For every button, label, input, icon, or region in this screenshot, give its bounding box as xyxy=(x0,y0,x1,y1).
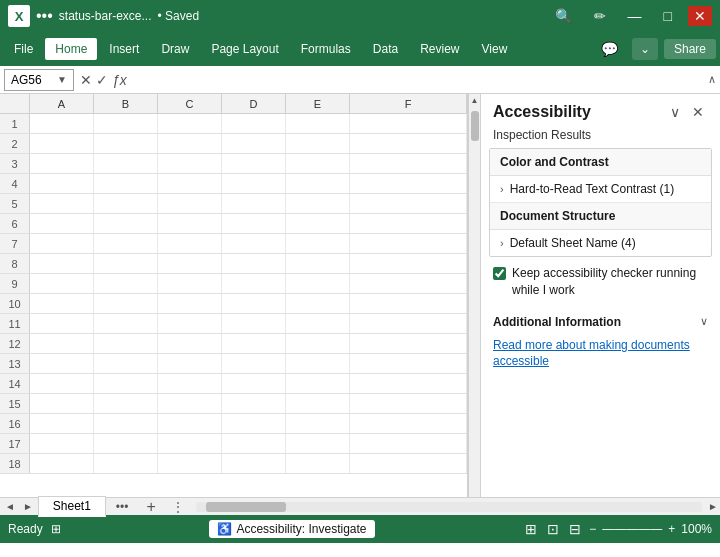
cell[interactable] xyxy=(222,434,286,453)
cell[interactable] xyxy=(286,214,350,233)
cell[interactable] xyxy=(94,154,158,173)
cell[interactable] xyxy=(158,314,222,333)
cell[interactable] xyxy=(30,154,94,173)
search-button[interactable]: 🔍 xyxy=(549,6,578,26)
sheet-prev-button[interactable]: ◄ xyxy=(2,501,18,512)
cell[interactable] xyxy=(286,334,350,353)
cell[interactable] xyxy=(222,354,286,373)
cell[interactable] xyxy=(158,194,222,213)
cell[interactable] xyxy=(222,374,286,393)
cell[interactable] xyxy=(222,274,286,293)
cell[interactable] xyxy=(286,254,350,273)
panel-collapse-button[interactable]: ∨ xyxy=(666,102,684,122)
cell[interactable] xyxy=(350,154,467,173)
cell[interactable] xyxy=(286,114,350,133)
cell[interactable] xyxy=(350,354,467,373)
cell[interactable] xyxy=(158,414,222,433)
cell[interactable] xyxy=(350,374,467,393)
cell[interactable] xyxy=(286,174,350,193)
cell[interactable] xyxy=(222,454,286,473)
cell[interactable] xyxy=(158,274,222,293)
cell[interactable] xyxy=(158,234,222,253)
sheet-tab-sheet1[interactable]: Sheet1 xyxy=(38,496,106,517)
formula-check-icon[interactable]: ✓ xyxy=(96,72,108,88)
menu-home[interactable]: Home xyxy=(45,38,97,60)
cell[interactable] xyxy=(350,114,467,133)
cell[interactable] xyxy=(286,454,350,473)
cell[interactable] xyxy=(30,334,94,353)
comments-button[interactable]: 💬 xyxy=(593,37,626,61)
grid-view-button[interactable]: ⊞ xyxy=(523,519,539,539)
menu-review[interactable]: Review xyxy=(410,38,469,60)
cell[interactable] xyxy=(30,274,94,293)
scroll-up-arrow[interactable]: ▲ xyxy=(469,94,481,107)
zoom-in-button[interactable]: + xyxy=(668,522,675,536)
cell[interactable] xyxy=(30,174,94,193)
cell[interactable] xyxy=(94,374,158,393)
cell[interactable] xyxy=(158,434,222,453)
cell-ref-dropdown-icon[interactable]: ▼ xyxy=(57,74,67,85)
cell[interactable] xyxy=(286,314,350,333)
cell[interactable] xyxy=(286,374,350,393)
menu-insert[interactable]: Insert xyxy=(99,38,149,60)
cell[interactable] xyxy=(158,154,222,173)
cell[interactable] xyxy=(94,214,158,233)
cell[interactable] xyxy=(158,114,222,133)
cell[interactable] xyxy=(94,114,158,133)
cell[interactable] xyxy=(350,414,467,433)
cell[interactable] xyxy=(222,174,286,193)
cell[interactable] xyxy=(94,174,158,193)
cell[interactable] xyxy=(30,214,94,233)
cell[interactable] xyxy=(30,434,94,453)
cell[interactable] xyxy=(30,374,94,393)
menu-formulas[interactable]: Formulas xyxy=(291,38,361,60)
cell[interactable] xyxy=(158,454,222,473)
formula-cancel-icon[interactable]: ✕ xyxy=(80,72,92,88)
status-grid-icon[interactable]: ⊞ xyxy=(51,522,61,536)
cell[interactable] xyxy=(94,254,158,273)
additional-chevron-icon[interactable]: ∨ xyxy=(700,315,708,328)
cell[interactable] xyxy=(350,274,467,293)
page-view-button[interactable]: ⊡ xyxy=(545,519,561,539)
cell[interactable] xyxy=(350,214,467,233)
menu-view[interactable]: View xyxy=(472,38,518,60)
vertical-scrollbar[interactable]: ▲ xyxy=(468,94,480,497)
menu-file[interactable]: File xyxy=(4,38,43,60)
cell[interactable] xyxy=(30,114,94,133)
cell[interactable] xyxy=(350,254,467,273)
h-scroll-right-arrow[interactable]: ► xyxy=(708,501,718,512)
read-more-link[interactable]: Read more about making documents accessi… xyxy=(493,337,708,371)
cell[interactable] xyxy=(30,314,94,333)
ribbon-collapse-button[interactable]: ⌄ xyxy=(632,38,658,60)
formula-function-icon[interactable]: ƒx xyxy=(112,72,127,88)
cell[interactable] xyxy=(350,314,467,333)
cell[interactable] xyxy=(94,134,158,153)
accessibility-checkbox[interactable] xyxy=(493,267,506,280)
share-button[interactable]: Share xyxy=(664,39,716,59)
cell[interactable] xyxy=(30,354,94,373)
cell[interactable] xyxy=(30,394,94,413)
menu-draw[interactable]: Draw xyxy=(151,38,199,60)
cell[interactable] xyxy=(158,134,222,153)
formula-input[interactable] xyxy=(131,71,708,89)
accessibility-badge[interactable]: ♿ Accessibility: Investigate xyxy=(209,520,374,538)
preview-view-button[interactable]: ⊟ xyxy=(567,519,583,539)
cell[interactable] xyxy=(94,354,158,373)
cell[interactable] xyxy=(94,314,158,333)
cell[interactable] xyxy=(158,294,222,313)
cell[interactable] xyxy=(222,154,286,173)
cell[interactable] xyxy=(30,294,94,313)
pen-button[interactable]: ✏ xyxy=(588,6,612,26)
sheet-next-button[interactable]: ► xyxy=(20,501,36,512)
cell[interactable] xyxy=(286,294,350,313)
cell[interactable] xyxy=(286,354,350,373)
cell[interactable] xyxy=(286,134,350,153)
cell[interactable] xyxy=(350,294,467,313)
cell[interactable] xyxy=(286,154,350,173)
cell[interactable] xyxy=(158,214,222,233)
cell[interactable] xyxy=(222,414,286,433)
cell[interactable] xyxy=(222,314,286,333)
cell[interactable] xyxy=(222,194,286,213)
cell[interactable] xyxy=(30,134,94,153)
cell[interactable] xyxy=(286,274,350,293)
